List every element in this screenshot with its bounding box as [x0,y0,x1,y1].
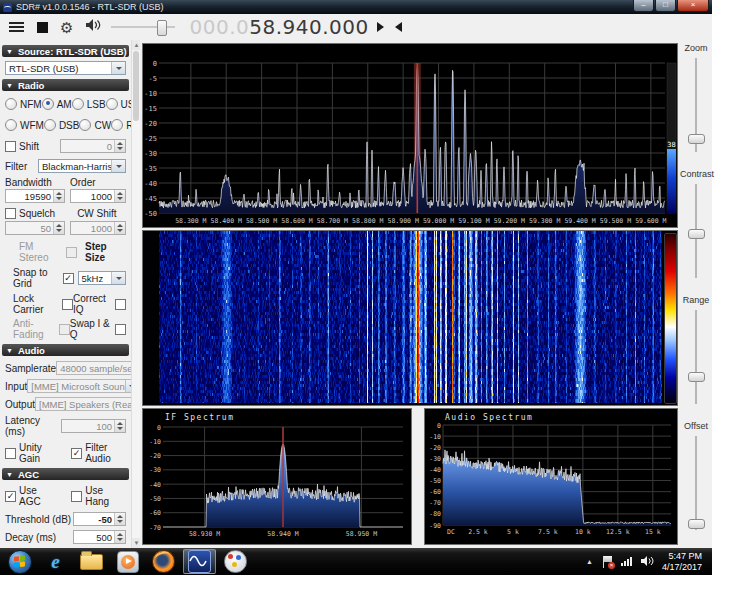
correct-iq-checkbox[interactable] [115,299,126,310]
volume-slider-thumb[interactable] [157,20,167,36]
agc-section-header[interactable]: ▼AGC [2,468,129,480]
mode-lsb[interactable]: LSB [72,98,106,110]
zoom-slider[interactable]: Zoom [680,40,712,166]
snap-to-grid-checkbox[interactable]: ✓ [63,273,74,284]
tray-expand-icon[interactable]: ▲ [586,558,593,565]
app-icon [3,3,12,12]
filter-select[interactable]: Blackman-Harris 4 [38,159,126,173]
swap-iq-checkbox[interactable] [115,324,126,335]
use-agc-checkbox[interactable]: ✓ [5,491,16,502]
shift-spinner[interactable]: 0 [60,139,126,153]
input-select[interactable]: [MME] Microsoft Soun [27,379,131,393]
audio-section-header[interactable]: ▼Audio [2,344,129,356]
source-select[interactable]: RTL-SDR (USB) [5,61,126,75]
svg-text:-10: -10 [149,438,161,446]
taskbar-internet-explorer[interactable]: e [39,549,72,574]
waterfall-canvas[interactable] [143,231,662,403]
squelch-spinner[interactable]: 50 [5,221,65,235]
waterfall-panel[interactable] [142,230,678,406]
anti-fading-checkbox[interactable] [59,324,70,335]
filter-audio-checkbox[interactable]: ✓ [71,448,82,459]
squelch-label: Squelch [19,208,55,219]
svg-text:-15: -15 [144,105,157,113]
svg-text:58.940 M: 58.940 M [267,530,298,538]
input-label: Input [5,381,27,392]
use-hang-checkbox[interactable] [71,491,82,502]
taskbar-media-player[interactable] [111,549,144,574]
taskbar-paint[interactable] [219,549,252,574]
squelch-checkbox[interactable] [5,208,16,219]
network-signal-icon[interactable] [621,557,633,566]
agc-threshold-spinner[interactable]: -50 [73,512,126,526]
audio-spectrum-panel[interactable]: Audio Spectrum0-10-20-30-40-50-60-70-80-… [424,408,678,545]
svg-text:-40: -40 [429,466,441,474]
mode-usb[interactable]: USB [106,98,131,110]
output-select[interactable]: [MME] Speakers (Rea [35,397,131,411]
svg-text:58.950 M: 58.950 M [346,530,377,538]
svg-text:10 k: 10 k [575,528,591,536]
radio-section-header[interactable]: ▼Radio [2,79,129,91]
svg-text:58.500 M: 58.500 M [246,217,277,225]
contrast-slider-thumb[interactable] [688,229,705,239]
taskbar-clock[interactable]: 5:47 PM 4/17/2017 [662,551,702,573]
volume-slider[interactable] [111,20,175,34]
svg-text:-50: -50 [149,495,161,503]
scrollbar-thumb[interactable] [133,51,139,121]
lock-carrier-checkbox[interactable] [62,299,73,310]
if-spectrum-panel[interactable]: IF Spectrum0-10-20-30-40-50-60-7058.930 … [142,408,412,545]
offset-slider[interactable]: Offset [680,418,712,544]
right-slider-panel: ZoomContrastRangeOffset [680,40,712,548]
frequency-value: 58.940.000 [249,15,369,39]
shift-checkbox[interactable] [5,141,16,152]
mode-raw[interactable]: RAW [111,119,131,131]
title-bar[interactable]: SDR# v1.0.0.1546 - RTL-SDR (USB) – □ × [0,0,712,14]
center-tune-icon[interactable] [377,22,402,32]
step-size-select[interactable]: 5kHz [78,271,126,285]
latency-spinner[interactable]: 100 [61,419,126,433]
offset-slider-thumb[interactable] [688,519,705,529]
order-spinner[interactable]: 1000 [70,189,126,203]
cw-shift-spinner[interactable]: 1000 [70,221,126,235]
tray-speaker-icon[interactable] [641,553,654,571]
frequency-display[interactable]: 000.058.940.000 [189,15,368,39]
range-slider[interactable]: Range [680,292,712,418]
maximize-button[interactable]: □ [655,0,676,12]
unity-gain-checkbox[interactable] [5,448,16,459]
menu-icon[interactable] [9,20,24,34]
svg-text:-30: -30 [144,150,157,158]
gear-icon[interactable]: ⚙ [60,20,73,35]
clock-time: 5:47 PM [662,551,702,562]
fm-stereo-checkbox[interactable] [66,247,77,258]
range-slider-label: Range [680,292,712,305]
source-section-header[interactable]: ▼Source: RTL-SDR (USB) [2,45,129,57]
svg-text:5 k: 5 k [507,528,519,536]
taskbar-firefox[interactable] [147,549,180,574]
stop-button[interactable] [37,22,48,33]
bandwidth-spinner[interactable]: 19590 [5,189,65,203]
shift-row: Shift 0 [0,139,131,153]
svg-text:58.800 M: 58.800 M [352,217,383,225]
mode-row-2: WFM DSB CW RAW [0,119,131,131]
zoom-slider-thumb[interactable] [688,134,705,144]
mode-am[interactable]: AM [42,98,72,110]
close-button[interactable]: × [677,0,709,12]
contrast-slider-label: Contrast [680,166,712,179]
taskbar-windows-explorer[interactable] [75,549,108,574]
taskbar-sdrsharp[interactable] [183,549,216,574]
mode-nfm[interactable]: NFM [5,98,42,110]
action-center-flag-icon[interactable]: × [602,556,613,568]
speaker-icon[interactable] [85,18,101,36]
mode-cw[interactable]: CW [79,119,111,131]
svg-text:38: 38 [667,141,675,149]
contrast-slider[interactable]: Contrast [680,166,712,292]
minimize-button[interactable]: – [633,0,654,12]
samplerate-select[interactable]: 48000 sample/sec [56,361,131,375]
start-button[interactable] [3,549,36,574]
desktop: SDR# v1.0.0.1546 - RTL-SDR (USB) – □ × ⚙… [0,0,737,600]
main-spectrum-panel[interactable]: 0-5-10-15-20-25-30-35-40-45-5058.300 M58… [142,43,678,228]
range-slider-thumb[interactable] [688,372,705,382]
svg-text:-20: -20 [149,452,161,460]
mode-wfm[interactable]: WFM [5,119,44,131]
mode-dsb[interactable]: DSB [44,119,80,131]
agc-decay-spinner[interactable]: 500 [73,530,126,544]
